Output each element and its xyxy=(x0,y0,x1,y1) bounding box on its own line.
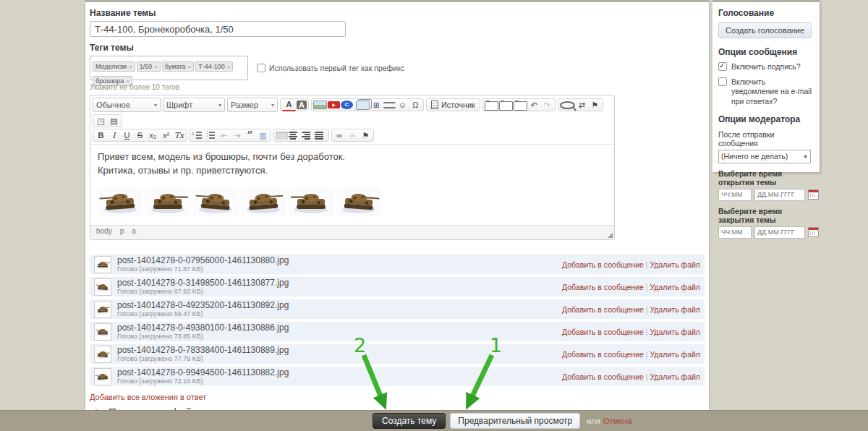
tag-chip: бумага× xyxy=(162,61,194,72)
align-left-icon[interactable] xyxy=(276,132,288,140)
open-date-input[interactable] xyxy=(754,189,805,201)
add-to-post-link[interactable]: Добавить в сообщение xyxy=(562,305,644,314)
tag-remove-icon[interactable]: × xyxy=(227,64,231,70)
tank-photo-thumbnail xyxy=(95,369,111,385)
after-post-label: После отправки сообщения xyxy=(718,130,814,148)
redo-icon: ↷ xyxy=(541,100,553,111)
table-icon[interactable]: ⊞ xyxy=(370,100,383,111)
add-all-attachments-link[interactable]: Добавить все вложения в ответ xyxy=(90,393,206,401)
ordered-list-icon[interactable] xyxy=(192,132,204,140)
tag-remove-icon[interactable]: × xyxy=(154,64,158,70)
topic-title-input[interactable] xyxy=(90,21,346,37)
attachment-status: Готово (загружено 87.63 KB) xyxy=(117,288,562,295)
open-time-input[interactable] xyxy=(718,189,752,201)
blockquote-icon[interactable]: ” xyxy=(244,130,256,141)
tag-remove-icon[interactable]: × xyxy=(129,64,132,70)
select-all-icon[interactable]: ⚑ xyxy=(589,100,601,111)
tank-photo-thumbnail xyxy=(95,279,111,295)
cancel-link[interactable]: Отмена xyxy=(603,417,631,425)
remove-format-icon[interactable]: Tx xyxy=(173,130,185,141)
font-select[interactable]: Шрифт▾ xyxy=(163,98,225,112)
replace-icon[interactable]: ⇄ xyxy=(576,100,588,111)
create-topic-button[interactable]: Создать тему xyxy=(373,413,446,429)
source-button[interactable]: Источник xyxy=(428,100,478,111)
tag-remove-icon[interactable]: × xyxy=(187,64,191,70)
color-buttons-group: AA xyxy=(280,98,309,111)
add-to-post-link[interactable]: Добавить в сообщение xyxy=(562,328,644,336)
tank-photo-thumbnail xyxy=(193,187,238,216)
chevron-down-icon: ▾ xyxy=(154,102,157,108)
italic-icon[interactable]: I xyxy=(108,130,120,141)
outdent-icon: ⇤ xyxy=(218,130,230,141)
align-group xyxy=(273,129,329,142)
delete-file-link[interactable]: Удалить файл xyxy=(650,283,700,291)
align-right-icon[interactable] xyxy=(302,132,314,140)
pages-icon[interactable] xyxy=(356,101,370,110)
align-center-icon[interactable] xyxy=(289,132,301,140)
superscript-icon[interactable]: x² xyxy=(160,130,172,141)
basic-styles-group: BIUSx₂x²Tx xyxy=(93,129,187,142)
special-char-icon[interactable]: Ω xyxy=(409,100,422,111)
add-to-post-link[interactable]: Добавить в сообщение xyxy=(562,260,644,269)
close-time-input[interactable] xyxy=(718,226,752,239)
delete-file-link[interactable]: Удалить файл xyxy=(650,372,700,381)
strike-icon[interactable]: S xyxy=(134,130,146,141)
paste-icon[interactable] xyxy=(485,101,498,111)
align-justify-icon[interactable] xyxy=(315,132,327,140)
undo-icon[interactable]: ↶ xyxy=(528,100,540,111)
add-to-post-link[interactable]: Добавить в сообщение xyxy=(562,350,644,359)
path-item-a[interactable]: a xyxy=(132,227,136,239)
delete-file-link[interactable]: Удалить файл xyxy=(650,350,700,359)
close-date-input[interactable] xyxy=(754,226,805,239)
maximize-icon[interactable]: ◳ xyxy=(95,116,107,127)
tags-input-box[interactable]: Моделизм×1/50×бумага×Т-44-100×брошюра× xyxy=(90,56,248,80)
show-blocks-icon[interactable]: ▤ xyxy=(108,116,120,127)
delete-file-link[interactable]: Удалить файл xyxy=(650,260,700,269)
anchor-icon[interactable]: ⚑ xyxy=(359,130,372,141)
underline-icon[interactable]: U xyxy=(121,130,133,141)
paste-plain-icon[interactable] xyxy=(499,101,513,111)
paragraph-format-select[interactable]: Обычное▾ xyxy=(93,98,161,112)
smiley-icon[interactable]: ☺ xyxy=(396,100,409,111)
horizontal-rule-icon[interactable] xyxy=(383,102,396,108)
toolbar-row-2: BIUSx₂x²Tx ⇤⇥”▥ ∞∞⚑ xyxy=(90,128,614,144)
attachment-filename: post-14014278-0-49235200-1461130892.jpg xyxy=(117,301,562,310)
calendar-icon[interactable] xyxy=(808,227,819,237)
tank-photo-thumbnail xyxy=(289,187,333,216)
bold-icon[interactable]: B xyxy=(95,130,107,141)
delete-file-link[interactable]: Удалить файл xyxy=(650,328,700,336)
size-select[interactable]: Размер▾ xyxy=(227,98,278,112)
text-color-button[interactable]: A xyxy=(282,99,296,111)
image-icon[interactable] xyxy=(313,101,327,109)
path-item-body[interactable]: body xyxy=(96,227,112,239)
after-post-select[interactable]: (Ничего не делать)▼ xyxy=(718,150,811,163)
source-icon xyxy=(431,101,438,109)
preview-button[interactable]: Предварительный просмотр xyxy=(450,413,580,429)
path-item-p[interactable]: p xyxy=(120,227,124,239)
coub-icon[interactable]: C xyxy=(341,101,353,109)
delete-file-link[interactable]: Удалить файл xyxy=(650,305,700,314)
email-notify-checkbox[interactable] xyxy=(718,77,727,86)
lists-group: ⇤⇥”▥ xyxy=(190,129,271,142)
search-icon[interactable] xyxy=(560,101,575,109)
post-text-line: Критика, отзывы и пр. приветствуются. xyxy=(98,164,607,178)
add-to-post-link[interactable]: Добавить в сообщение xyxy=(562,372,644,381)
tank-photo-thumbnail xyxy=(95,346,111,362)
add-to-post-link[interactable]: Добавить в сообщение xyxy=(562,283,644,291)
subscript-icon[interactable]: x₂ xyxy=(147,130,159,141)
youtube-icon[interactable]: ▶ xyxy=(328,101,340,108)
message-options-heading: Опции сообщения xyxy=(718,47,814,57)
prefix-checkbox[interactable] xyxy=(257,64,265,72)
signature-checkbox[interactable] xyxy=(718,62,727,71)
notify-option: Включить уведомление на e-mail при ответ… xyxy=(718,77,814,107)
link-icon[interactable]: ∞ xyxy=(333,130,346,141)
attachment-row: post-14014278-0-07956000-1461130880.jpgГ… xyxy=(90,255,705,274)
calendar-icon[interactable] xyxy=(808,189,819,200)
bg-color-button[interactable]: A xyxy=(297,101,307,109)
editor-content-area[interactable]: Привет всем, модель из брошюры, почти бе… xyxy=(90,144,614,225)
code-block-icon[interactable]: ▥ xyxy=(257,130,269,141)
create-poll-button[interactable]: Создать голосование xyxy=(718,22,812,38)
attachment-thumbnail xyxy=(94,256,111,273)
paste-word-icon[interactable] xyxy=(514,101,527,111)
bullet-list-icon[interactable] xyxy=(205,132,217,140)
